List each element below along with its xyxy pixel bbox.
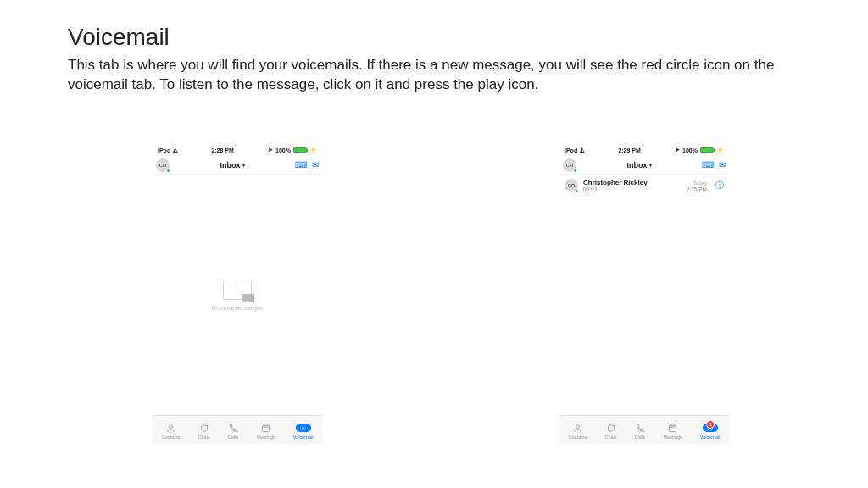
greeting-icon[interactable]: ✉ (312, 160, 319, 169)
tab-label: Voicemail (293, 435, 314, 440)
battery-label: 100% (275, 147, 291, 153)
tab-voicemail[interactable]: ○○ 1 Voicemail (700, 423, 721, 440)
avatar[interactable]: CR (563, 158, 576, 172)
tab-voicemail[interactable]: ○○ Voicemail (293, 423, 314, 440)
chat-icon (199, 423, 209, 434)
dialpad-icon[interactable]: ⌨ (702, 160, 714, 169)
chat-icon (606, 423, 615, 434)
charging-icon: ⚡ (716, 147, 724, 153)
carrier-label: iPod (565, 147, 577, 153)
tab-bar: Contacts Chats Calls Meetings ○○ Voicema… (153, 415, 322, 444)
tab-label: Chats (604, 435, 616, 440)
dialpad-icon[interactable]: ⌨ (295, 160, 307, 169)
tab-label: Meetings (256, 435, 275, 440)
battery-icon (700, 147, 714, 152)
avatar-initials: CR (568, 183, 576, 188)
svg-point-0 (170, 424, 173, 428)
calendar-icon (668, 423, 677, 434)
greeting-icon[interactable]: ✉ (719, 160, 726, 169)
wifi-icon: ◭ (580, 147, 584, 153)
message-duration: 00:03 (583, 186, 597, 192)
empty-voicemail-icon (223, 280, 252, 300)
phone-icon (229, 423, 238, 434)
tab-calls[interactable]: Calls (635, 423, 645, 440)
empty-text: No voice messages (211, 305, 263, 311)
message-day: Today (693, 180, 707, 186)
avatar[interactable]: CR (156, 158, 170, 172)
tab-label: Calls (635, 435, 645, 440)
battery-label: 100% (682, 147, 698, 153)
header-title: Inbox (220, 161, 241, 169)
status-bar: iPod ◭ 2:29 PM ➤ 100% ⚡ (559, 144, 729, 156)
tab-label: Calls (228, 435, 238, 440)
info-icon[interactable]: ⓘ (715, 180, 724, 191)
person-icon (166, 423, 175, 434)
voicemail-list: CR Christopher Rickley Today 00:03 2:25 … (559, 175, 729, 415)
svg-rect-3 (669, 425, 676, 431)
clock-label: 2:29 PM (618, 147, 640, 153)
tab-calls[interactable]: Calls (228, 423, 238, 440)
app-header: CR Inbox ▾ ⌨ ✉ (559, 156, 729, 175)
tab-chats[interactable]: Chats (604, 423, 616, 440)
tab-bar: Contacts Chats Calls Meetings ○○ 1 Voic (559, 415, 729, 444)
calendar-icon (261, 423, 270, 434)
inbox-dropdown[interactable]: Inbox ▾ (627, 161, 652, 169)
page-title: Voicemail (68, 24, 170, 51)
caller-name: Christopher Rickley (583, 179, 648, 186)
avatar-initials: CR (566, 163, 574, 168)
avatar-initials: CR (159, 163, 167, 168)
tab-contacts[interactable]: Contacts (162, 423, 181, 440)
chevron-down-icon: ▾ (649, 162, 652, 168)
inbox-dropdown[interactable]: Inbox ▾ (220, 161, 245, 169)
wifi-icon: ◭ (173, 147, 177, 153)
tab-meetings[interactable]: Meetings (663, 423, 682, 440)
status-bar: iPod ◭ 2:28 PM ➤ 100% ⚡ (153, 144, 322, 156)
svg-point-2 (576, 424, 580, 428)
location-icon: ➤ (675, 147, 680, 153)
battery-icon (293, 147, 307, 152)
header-title: Inbox (627, 161, 648, 169)
person-icon (573, 423, 582, 434)
message-time: 2:25 PM (687, 186, 707, 192)
notification-badge: 1 (706, 420, 715, 429)
tab-label: Contacts (569, 435, 587, 440)
svg-rect-1 (262, 425, 269, 431)
tab-label: Voicemail (700, 435, 721, 440)
tab-chats[interactable]: Chats (198, 423, 209, 440)
tab-label: Chats (198, 435, 209, 440)
voicemail-item[interactable]: CR Christopher Rickley Today 00:03 2:25 … (559, 175, 729, 197)
phone-icon (636, 423, 645, 434)
avatar: CR (565, 179, 578, 192)
app-header: CR Inbox ▾ ⌨ ✉ (153, 156, 322, 175)
phone-screenshot-empty: iPod ◭ 2:28 PM ➤ 100% ⚡ CR Inbox ▾ ⌨ ✉ N… (153, 144, 322, 444)
clock-label: 2:28 PM (211, 147, 233, 153)
voicemail-icon: ○○ (296, 423, 311, 434)
tab-contacts[interactable]: Contacts (569, 423, 587, 440)
presence-dot-icon (573, 169, 577, 173)
tab-meetings[interactable]: Meetings (256, 423, 275, 440)
carrier-label: iPod (158, 147, 170, 153)
charging-icon: ⚡ (309, 147, 317, 153)
presence-dot-icon (166, 169, 170, 173)
chevron-down-icon: ▾ (242, 162, 245, 168)
tab-label: Meetings (663, 435, 682, 440)
presence-dot-icon (575, 189, 579, 193)
location-icon: ➤ (268, 147, 273, 153)
page-description: This tab is where you will find your voi… (68, 56, 814, 95)
tab-label: Contacts (162, 435, 181, 440)
phone-screenshot-with-message: iPod ◭ 2:29 PM ➤ 100% ⚡ CR Inbox ▾ ⌨ ✉ C… (559, 144, 729, 444)
empty-state: No voice messages (153, 175, 322, 415)
